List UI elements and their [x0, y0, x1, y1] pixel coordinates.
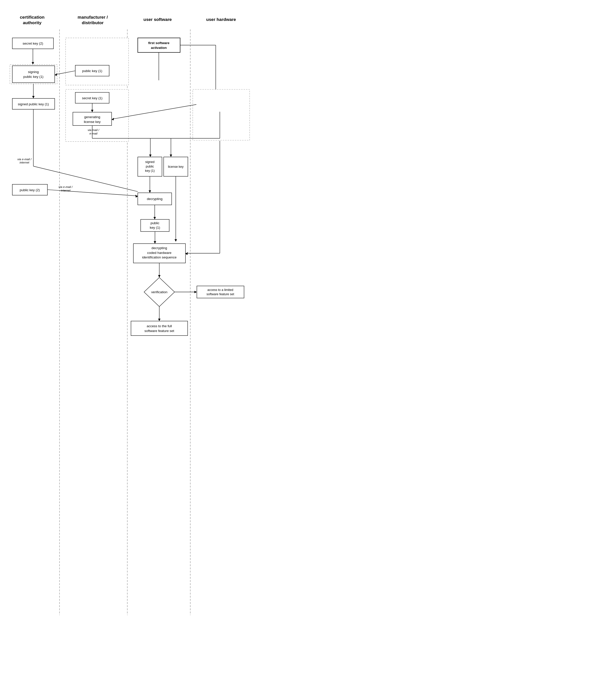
label-via-mail2: e-mail: [89, 132, 98, 135]
label-pk1-us2: key (1): [150, 226, 160, 229]
svg-marker-30: [149, 190, 151, 193]
svg-marker-22: [170, 155, 172, 157]
label-sk1-md: secret key (1): [82, 96, 102, 100]
svg-marker-39: [185, 252, 188, 255]
label-signing-pk1b: public key (1): [23, 75, 44, 78]
svg-line-27: [47, 190, 138, 196]
svg-marker-41: [158, 275, 161, 278]
label-signing-pk1: signing: [28, 70, 39, 74]
header-md2: distributor: [82, 20, 104, 25]
label-pk1-manuf: public key (1): [82, 69, 102, 73]
svg-marker-28: [135, 195, 138, 198]
label-gen-license: generating: [84, 115, 100, 119]
label-via-email2: via e-mail /: [59, 185, 73, 188]
label-via-email-ca2: internet: [20, 161, 29, 164]
label-via-email-ca: via e-mail /: [17, 158, 32, 161]
header-ca2: authority: [23, 20, 41, 25]
label-access-limited2: software feature set: [207, 292, 234, 296]
label-via-email2b: internet: [61, 189, 71, 192]
label-secret-key-2: secret key (2): [23, 41, 43, 45]
label-decrypting: decrypting: [147, 197, 162, 201]
svg-marker-11: [32, 96, 35, 99]
svg-marker-36: [154, 241, 156, 244]
box-first-activation: [138, 38, 180, 52]
label-verification: verification: [151, 290, 167, 294]
label-access-full2: software feature set: [145, 329, 174, 333]
label-dc1: decrypting: [151, 246, 167, 250]
label-lk-us: license key: [168, 165, 184, 168]
header-md: manufacturer /: [78, 15, 108, 20]
svg-marker-43: [194, 291, 197, 293]
label-dc2: coded hardware: [147, 251, 171, 255]
label-via-mail: via mail /: [88, 128, 100, 132]
label-spk1-us3: key (1): [145, 169, 155, 173]
header-ca: certification: [20, 15, 45, 20]
label-dc3: identification sequence: [142, 255, 177, 259]
label-first-activation2: activation: [151, 46, 167, 50]
label-access-limited: access to a limited: [207, 288, 233, 292]
box-signing-pk1: [12, 66, 55, 83]
label-signed-pk1-ca: signed public key (1): [18, 102, 49, 106]
flow-diagram: certification authority manufacturer / d…: [5, 10, 252, 644]
header-uh: user hardware: [206, 17, 236, 22]
dashed-box-uh: [193, 89, 250, 140]
label-pk2-ca: public key (2): [20, 188, 40, 192]
svg-marker-32: [153, 217, 156, 220]
dashed-box-prepared: [65, 38, 128, 85]
label-spk1-us: signed: [145, 160, 155, 164]
svg-marker-45: [158, 318, 161, 321]
header-us: user software: [144, 17, 172, 22]
svg-marker-4: [32, 62, 34, 65]
diagram-container: certification authority manufacturer / d…: [0, 0, 257, 660]
box-access-limited: [197, 286, 244, 298]
label-spk1-us2: public: [146, 165, 154, 168]
label-gen-license2: license key: [84, 120, 101, 124]
svg-line-26: [33, 166, 138, 192]
label-pk1-us: public: [150, 221, 159, 225]
label-access-full: access to the full: [147, 324, 172, 328]
svg-marker-34: [175, 239, 177, 242]
label-first-activation: first software: [148, 41, 170, 45]
box-access-full: [131, 321, 188, 336]
svg-marker-19: [149, 155, 152, 157]
